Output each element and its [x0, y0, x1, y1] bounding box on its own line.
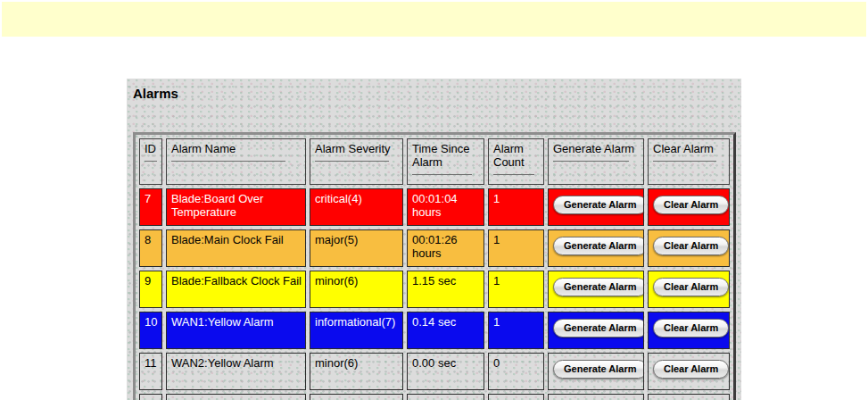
column-header-clear-alarm: Clear Alarm [648, 138, 730, 185]
header-underline [145, 161, 157, 162]
column-header-alarm-count: Alarm Count [488, 138, 544, 185]
cell-severity: minor(6) [310, 353, 403, 390]
cell-alarm-name: WAN1:Yellow Alarm [166, 312, 306, 349]
table-header-row: ID Alarm Name Alarm Severity Time Since … [139, 138, 730, 185]
cell-id: 9 [139, 271, 162, 308]
cell-alarm-name: Blade:Fallback Clock Fail [166, 271, 306, 308]
alarms-table: ID Alarm Name Alarm Severity Time Since … [133, 132, 736, 400]
header-underline [315, 161, 389, 162]
cell-severity: critical(4) [310, 188, 403, 226]
generate-alarm-button[interactable]: Generate Alarm [553, 237, 644, 255]
column-header-id: ID [139, 138, 162, 185]
table-row: 11 WAN2:Yellow Alarm minor(6) 0.00 sec 0… [139, 353, 730, 390]
table-row-partial [139, 394, 730, 400]
cell-severity: informational(7) [310, 312, 403, 349]
clear-alarm-button[interactable]: Clear Alarm [653, 319, 729, 338]
generate-alarm-button[interactable]: Generate Alarm [553, 278, 644, 296]
alarms-panel: Alarms ID Alarm Name Alarm Severity Time… [127, 79, 741, 400]
column-header-alarm-severity: Alarm Severity [310, 138, 403, 185]
generate-alarm-button[interactable]: Generate Alarm [553, 196, 644, 214]
cell-alarm-count: 1 [488, 188, 544, 226]
cell-time-since-alarm: 0.00 sec [407, 353, 484, 390]
column-header-alarm-name: Alarm Name [166, 138, 306, 185]
header-underline [412, 174, 472, 175]
generate-alarm-button[interactable]: Generate Alarm [553, 319, 644, 338]
cell-severity: minor(6) [310, 271, 403, 308]
cell-time-since-alarm: 1.15 sec [407, 271, 484, 308]
cell-id: 11 [139, 353, 162, 390]
cell-alarm-count: 1 [488, 229, 544, 267]
cell-alarm-name: Blade:Main Clock Fail [166, 229, 306, 267]
header-underline [171, 161, 285, 162]
generate-alarm-button[interactable]: Generate Alarm [553, 360, 644, 379]
cell-severity: major(5) [310, 229, 403, 267]
header-underline [493, 174, 534, 175]
header-underline [653, 161, 716, 162]
column-header-generate-alarm: Generate Alarm [548, 138, 644, 185]
table-row: 9 Blade:Fallback Clock Fail minor(6) 1.1… [139, 271, 730, 308]
clear-alarm-button[interactable]: Clear Alarm [653, 196, 729, 214]
clear-alarm-button[interactable]: Clear Alarm [653, 360, 729, 379]
column-header-time-since-alarm: Time Since Alarm [407, 138, 484, 185]
clear-alarm-button[interactable]: Clear Alarm [653, 278, 729, 296]
cell-alarm-count: 0 [488, 353, 544, 390]
page-title: Alarms [133, 85, 741, 103]
cell-alarm-name: WAN2:Yellow Alarm [166, 353, 306, 390]
cell-alarm-name: Blade:Board Over Temperature [166, 188, 306, 226]
cell-time-since-alarm: 00:01:04 hours [407, 188, 484, 226]
cell-alarm-count: 1 [488, 271, 544, 308]
notice-banner [2, 2, 866, 37]
cell-id: 10 [139, 312, 162, 349]
cell-time-since-alarm: 00:01:26 hours [407, 229, 484, 267]
clear-alarm-button[interactable]: Clear Alarm [653, 237, 729, 255]
table-row: 10 WAN1:Yellow Alarm informational(7) 0.… [139, 312, 730, 349]
table-row: 7 Blade:Board Over Temperature critical(… [139, 188, 730, 226]
table-row: 8 Blade:Main Clock Fail major(5) 00:01:2… [139, 229, 730, 267]
cell-id: 7 [139, 188, 162, 226]
cell-time-since-alarm: 0.14 sec [407, 312, 484, 349]
header-underline [553, 161, 629, 162]
cell-alarm-count: 1 [488, 312, 544, 349]
cell-id: 8 [139, 229, 162, 267]
